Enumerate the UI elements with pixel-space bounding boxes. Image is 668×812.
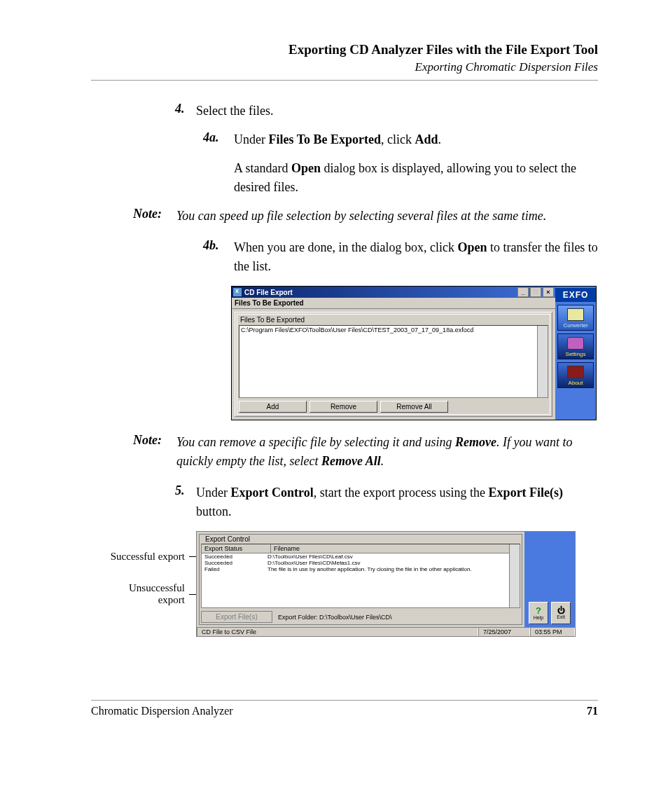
note-label: Note: bbox=[133, 433, 176, 471]
step-4a-number: 4a. bbox=[203, 130, 234, 149]
gear-icon bbox=[567, 337, 584, 350]
step-5-number: 5. bbox=[175, 483, 196, 521]
page-header-subtitle: Exporting Chromatic Dispersion Files bbox=[91, 60, 598, 74]
step-4b-text: When you are done, in the dialog box, cl… bbox=[234, 238, 598, 276]
step-4b-number: 4b. bbox=[203, 238, 234, 276]
minimize-button[interactable]: _ bbox=[517, 287, 529, 297]
callout-unsuccessful-l2: export bbox=[129, 594, 185, 606]
remove-button[interactable]: Remove bbox=[309, 401, 377, 413]
callout-successful: Successful export bbox=[111, 551, 185, 563]
table-row[interactable]: Succeeded D:\Toolbox\User Files\CD\Leaf.… bbox=[202, 553, 520, 560]
sidebar-about-button[interactable]: About bbox=[557, 362, 594, 388]
export-folder-path: Export Folder: D:\Toolbox\User Files\CD\ bbox=[278, 614, 392, 621]
status-time: 03:55 PM bbox=[530, 628, 575, 636]
page-header-title: Exporting CD Analyzer Files with the Fil… bbox=[91, 42, 598, 57]
help-button[interactable]: ? Help bbox=[529, 602, 548, 624]
brand-logo: EXFO bbox=[555, 288, 596, 302]
sidebar-settings-button[interactable]: Settings bbox=[557, 333, 594, 359]
power-icon: ⏻ bbox=[557, 607, 565, 614]
book-icon bbox=[567, 366, 584, 378]
note-2-text: You can remove a specific file by select… bbox=[176, 433, 598, 471]
export-control-group-label: Export Control bbox=[203, 535, 252, 543]
callout-unsuccessful-l1: Unsuccessful bbox=[129, 582, 185, 594]
status-text: CD File to CSV File bbox=[197, 628, 478, 636]
column-header-status[interactable]: Export Status bbox=[202, 544, 271, 553]
maximize-button[interactable]: □ bbox=[530, 287, 541, 297]
list-item[interactable]: C:\Program Files\EXFO\ToolBox\User Files… bbox=[241, 326, 546, 333]
window-title: CD File Export bbox=[244, 289, 293, 296]
page-number: 71 bbox=[587, 705, 598, 717]
export-files-button[interactable]: Export File(s) bbox=[201, 611, 272, 623]
step-4a-text: Under Files To Be Exported, click Add. bbox=[234, 130, 441, 149]
step-4-text: Select the files. bbox=[196, 102, 273, 121]
cd-file-export-window: CD File Export _ □ × Files To Be Exporte… bbox=[231, 286, 597, 420]
export-control-window: Export Control Export Status Filename Su… bbox=[196, 531, 576, 637]
column-header-filename[interactable]: Filename bbox=[271, 544, 520, 553]
close-button[interactable]: × bbox=[543, 287, 554, 297]
sidebar-converter-button[interactable]: Converter bbox=[557, 305, 594, 331]
step-5-text: Under Export Control, start the export p… bbox=[196, 483, 598, 521]
step-4a-para: A standard Open dialog box is displayed,… bbox=[234, 159, 598, 197]
export-status-list[interactable]: Export Status Filename Succeeded D:\Tool… bbox=[201, 544, 520, 608]
sidebar: ? Help ⏻ Exit bbox=[524, 532, 575, 627]
footer-product: Chromatic Dispersion Analyzer bbox=[91, 705, 233, 717]
scrollbar[interactable] bbox=[509, 544, 520, 607]
note-label: Note: bbox=[133, 207, 176, 226]
header-divider bbox=[91, 80, 598, 81]
section-header: Files To Be Exported bbox=[232, 298, 555, 309]
add-button[interactable]: Add bbox=[239, 401, 307, 413]
note-1-text: You can speed up file selection by selec… bbox=[176, 207, 546, 226]
group-label: Files To Be Exported bbox=[239, 316, 548, 325]
window-titlebar: CD File Export _ □ × bbox=[232, 287, 555, 298]
sidebar: EXFO Converter Settings About bbox=[555, 287, 596, 420]
table-row[interactable]: Failed The file is in use by another app… bbox=[202, 566, 520, 572]
status-bar: CD File to CSV File 7/25/2007 03:55 PM bbox=[197, 627, 575, 636]
files-listbox[interactable]: C:\Program Files\EXFO\ToolBox\User Files… bbox=[239, 325, 548, 398]
status-date: 7/25/2007 bbox=[478, 628, 530, 636]
table-row[interactable]: Succeeded D:\Toolbox\User Files\CD\Metas… bbox=[202, 560, 520, 566]
help-icon: ? bbox=[536, 606, 541, 615]
scrollbar[interactable] bbox=[537, 326, 548, 397]
app-icon bbox=[233, 288, 242, 296]
converter-icon bbox=[567, 308, 584, 321]
remove-all-button[interactable]: Remove All bbox=[380, 401, 448, 413]
exit-button[interactable]: ⏻ Exit bbox=[551, 602, 571, 624]
step-4-number: 4. bbox=[175, 102, 196, 121]
